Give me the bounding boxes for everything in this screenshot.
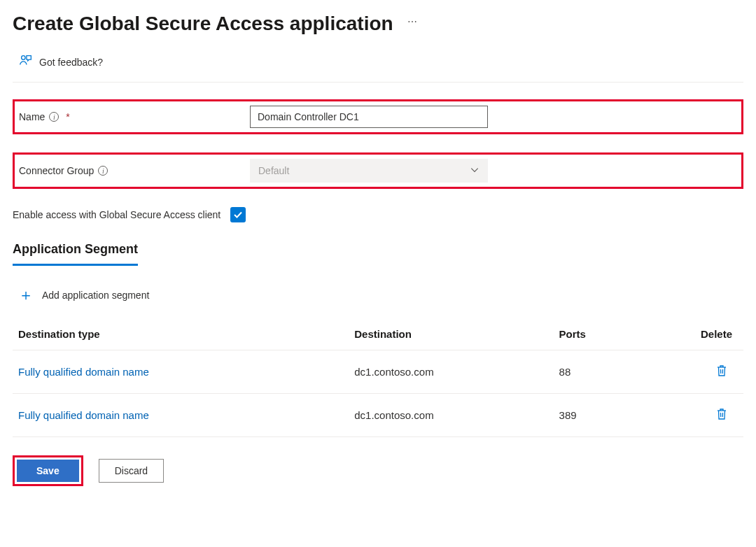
connector-group-value: Default — [258, 165, 289, 176]
more-actions-icon[interactable]: ⋯ — [407, 16, 418, 31]
header-divider — [13, 82, 743, 83]
connector-group-select[interactable]: Default — [250, 159, 488, 183]
column-ports[interactable]: Ports — [554, 321, 656, 350]
required-indicator: * — [66, 111, 69, 122]
name-field-row: Name i * — [13, 99, 743, 134]
discard-button[interactable]: Discard — [99, 459, 164, 483]
destination-cell: dc1.contoso.com — [349, 350, 553, 394]
destination-cell: dc1.contoso.com — [349, 394, 553, 437]
table-row: Fully qualified domain name dc1.contoso.… — [13, 350, 743, 394]
add-application-segment-button[interactable]: ＋ Add application segment — [13, 280, 743, 321]
column-destination[interactable]: Destination — [349, 321, 553, 350]
enable-access-label: Enable access with Global Secure Access … — [13, 209, 220, 220]
destination-type-link[interactable]: Fully qualified domain name — [18, 409, 149, 421]
chevron-down-icon — [470, 165, 479, 177]
ports-cell: 88 — [554, 350, 656, 394]
ports-cell: 389 — [554, 394, 656, 437]
table-row: Fully qualified domain name dc1.contoso.… — [13, 394, 743, 437]
delete-icon[interactable] — [715, 411, 728, 422]
name-input[interactable] — [250, 106, 488, 128]
connector-group-label: Connector Group — [19, 165, 94, 176]
page-title: Create Global Secure Access application — [13, 13, 393, 35]
info-icon[interactable]: i — [98, 166, 108, 176]
name-label: Name — [19, 111, 45, 122]
feedback-label: Got feedback? — [39, 57, 103, 68]
tab-application-segment[interactable]: Application Segment — [13, 242, 138, 266]
plus-icon: ＋ — [18, 287, 34, 303]
feedback-link[interactable]: Got feedback? — [13, 49, 743, 82]
column-delete: Delete — [656, 321, 743, 350]
feedback-icon — [18, 53, 34, 71]
info-icon[interactable]: i — [49, 112, 59, 122]
destination-type-link[interactable]: Fully qualified domain name — [18, 366, 149, 378]
save-button[interactable]: Save — [17, 460, 79, 482]
column-destination-type[interactable]: Destination type — [13, 321, 349, 350]
delete-icon[interactable] — [715, 367, 728, 379]
svg-point-0 — [22, 56, 25, 60]
connector-group-row: Connector Group i Default — [13, 152, 743, 189]
save-button-highlight: Save — [13, 455, 83, 486]
add-segment-label: Add application segment — [42, 290, 149, 301]
enable-access-checkbox[interactable] — [230, 207, 246, 222]
enable-access-row: Enable access with Global Secure Access … — [13, 207, 743, 222]
application-segment-table: Destination type Destination Ports Delet… — [13, 321, 743, 437]
